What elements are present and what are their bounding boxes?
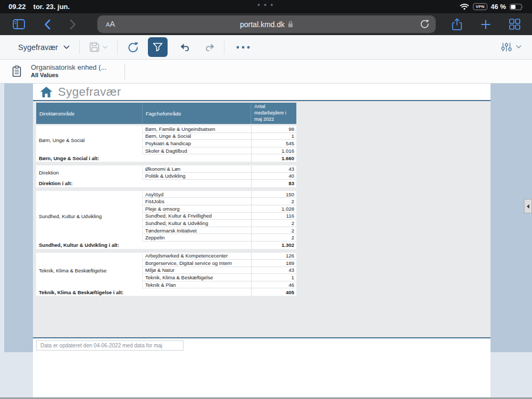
save-button[interactable] xyxy=(89,42,107,52)
cell-fagchefomraade[interactable]: Tøndermarsk Initiativet xyxy=(143,227,251,235)
cell-fagchefomraade[interactable]: Sundhed, Kultur & Udvikling xyxy=(143,220,251,227)
cell-antal[interactable]: 40 xyxy=(251,173,296,180)
cell-fagchefomraade[interactable]: AsylSyd xyxy=(143,191,251,198)
back-button[interactable] xyxy=(44,19,51,30)
cell-antal[interactable]: 1.016 xyxy=(251,147,296,155)
cell-fagchefomraade[interactable]: Fit4Jobs xyxy=(143,198,251,205)
forward-button[interactable] xyxy=(70,19,76,30)
filter-chip-title: Organisatorisk enhed (... xyxy=(31,63,106,72)
redo-button[interactable] xyxy=(203,43,214,51)
cell-antal[interactable]: 2 xyxy=(251,227,296,235)
cell-antal[interactable]: 545 xyxy=(251,140,296,147)
url-text: portal.kmd.dk xyxy=(240,20,285,29)
column-header-antal[interactable]: Antal medarbejdere i maj 2022 xyxy=(251,103,296,124)
lock-icon xyxy=(288,21,293,28)
cell-antal[interactable]: 2 xyxy=(251,220,296,227)
cell-fagchefomraade[interactable]: Pleje & omsorg xyxy=(143,205,251,213)
group-total-value: 405 xyxy=(251,288,296,296)
address-bar[interactable]: AA portal.kmd.dk xyxy=(97,15,436,33)
battery-icon xyxy=(510,4,523,10)
column-header-direktoromraade[interactable]: Direktørområde xyxy=(36,103,143,124)
report-toolbar: Sygefravær xyxy=(0,35,532,60)
chevron-left-icon xyxy=(527,204,529,209)
redo-icon xyxy=(203,43,214,51)
refresh-button[interactable] xyxy=(127,41,139,53)
status-time-date: 09.22 tor. 23. jun. xyxy=(9,3,70,11)
panel-collapse-button[interactable] xyxy=(524,199,532,213)
cell-antal[interactable]: 116 xyxy=(251,213,296,220)
new-tab-button[interactable] xyxy=(480,19,491,30)
report-page: Sygefravær Direktørområde Fagchefområde … xyxy=(33,84,491,397)
sidebar-toggle-button[interactable] xyxy=(13,19,25,29)
cell-fagchefomraade[interactable]: Miljø & Natur xyxy=(143,267,251,275)
cell-antal[interactable]: 2 xyxy=(251,198,296,205)
clipboard-icon xyxy=(12,65,21,77)
cell-antal[interactable]: 126 xyxy=(251,253,296,260)
cell-antal[interactable]: 1.028 xyxy=(251,205,296,213)
refresh-icon xyxy=(127,41,139,53)
reload-button[interactable] xyxy=(420,19,430,29)
more-options-button[interactable] xyxy=(236,46,250,49)
page-margin-left xyxy=(0,84,33,352)
group-label: Teknik, Klima & Beskæftigelse xyxy=(36,253,143,289)
save-icon xyxy=(89,42,99,52)
chevron-down-icon xyxy=(103,46,107,49)
filter-bar: Organisatorisk enhed (... All Values xyxy=(0,60,532,84)
group-total-value: 1.302 xyxy=(251,242,296,249)
sick-leave-table: Direktørområde Fagchefområde Antal medar… xyxy=(36,103,296,296)
group-total-spacer xyxy=(143,242,251,249)
filter-chip-value: All Values xyxy=(31,72,106,79)
wifi-icon xyxy=(460,3,469,10)
table-group: Sundhed, Kultur & UdviklingAsylSyd150Fit… xyxy=(36,191,296,249)
cell-antal[interactable]: 46 xyxy=(251,281,296,289)
ellipsis-icon xyxy=(236,46,250,49)
group-label: Direktion xyxy=(36,165,143,180)
report-selector[interactable]: Sygefravær xyxy=(18,43,70,52)
status-time: 09.22 xyxy=(9,3,26,11)
cell-fagchefomraade[interactable]: Teknik, Klima & Beskæftigelse xyxy=(143,274,251,281)
cell-antal[interactable]: 43 xyxy=(251,165,296,173)
cell-fagchefomraade[interactable]: Økonomi & Løn xyxy=(143,165,251,173)
battery-percentage: 46 % xyxy=(491,3,506,11)
page-title: Sygefravær xyxy=(58,85,121,99)
cell-antal[interactable]: 43 xyxy=(251,267,296,275)
cell-antal[interactable]: 98 xyxy=(251,126,296,133)
undo-icon xyxy=(180,43,192,51)
toolbar-separator xyxy=(79,40,80,54)
group-total-spacer xyxy=(143,154,251,162)
status-icons: VPN 46 % xyxy=(460,3,523,11)
cell-antal[interactable]: 1 xyxy=(251,133,296,140)
undo-button[interactable] xyxy=(180,43,192,51)
cell-antal[interactable]: 1 xyxy=(251,274,296,281)
table-group: DirektionØkonomi & Løn43Politik & Udvikl… xyxy=(36,165,296,187)
cell-fagchefomraade[interactable]: Zeppelin xyxy=(143,234,251,242)
cell-antal[interactable]: 189 xyxy=(251,260,296,267)
status-bar: 09.22 tor. 23. jun. ● ● ● VPN 46 % xyxy=(0,0,532,13)
home-icon[interactable] xyxy=(39,86,53,98)
group-total-value: 1.660 xyxy=(251,154,296,162)
cell-fagchefomraade[interactable]: Arbejdsmarked & Kompetencecenter xyxy=(143,253,251,260)
cell-fagchefomraade[interactable]: Teknik & Plan xyxy=(143,281,251,289)
view-settings-button[interactable] xyxy=(501,42,521,52)
vpn-badge: VPN xyxy=(473,3,487,10)
cell-fagchefomraade[interactable]: Psykiatri & handicap xyxy=(143,140,251,147)
filter-button[interactable] xyxy=(148,37,168,57)
chevron-down-icon xyxy=(516,45,521,49)
column-header-fagchefomraade[interactable]: Fagchefområde xyxy=(143,103,251,124)
cell-fagchefomraade[interactable]: Politik & Udvikling xyxy=(143,173,251,180)
cell-fagchefomraade[interactable]: Børn, Familie & Ungeindsatsen xyxy=(143,126,251,133)
cell-fagchefomraade[interactable]: Børn, Unge & Social xyxy=(143,133,251,140)
table-body: Børn, Unge & SocialBørn, Familie & Ungei… xyxy=(36,126,296,296)
cell-fagchefomraade[interactable]: Borgerservice, Digital service og Intern xyxy=(143,260,251,267)
group-label: Sundhed, Kultur & Udvikling xyxy=(36,191,143,242)
cell-antal[interactable]: 2 xyxy=(251,234,296,242)
group-total-label: Børn, Unge & Social i alt: xyxy=(36,154,143,162)
browser-toolbar: AA portal.kmd.dk xyxy=(0,13,532,35)
share-button[interactable] xyxy=(452,18,462,31)
filter-chip-org-unit[interactable]: Organisatorisk enhed (... All Values xyxy=(31,63,106,79)
cell-fagchefomraade[interactable]: Skoler & Dagtilbud xyxy=(143,147,251,155)
cell-fagchefomraade[interactable]: Sundhed, Kultur & Frivillighed xyxy=(143,213,251,220)
tabs-overview-button[interactable] xyxy=(509,19,520,30)
group-total-spacer xyxy=(143,288,251,296)
cell-antal[interactable]: 150 xyxy=(251,191,296,198)
